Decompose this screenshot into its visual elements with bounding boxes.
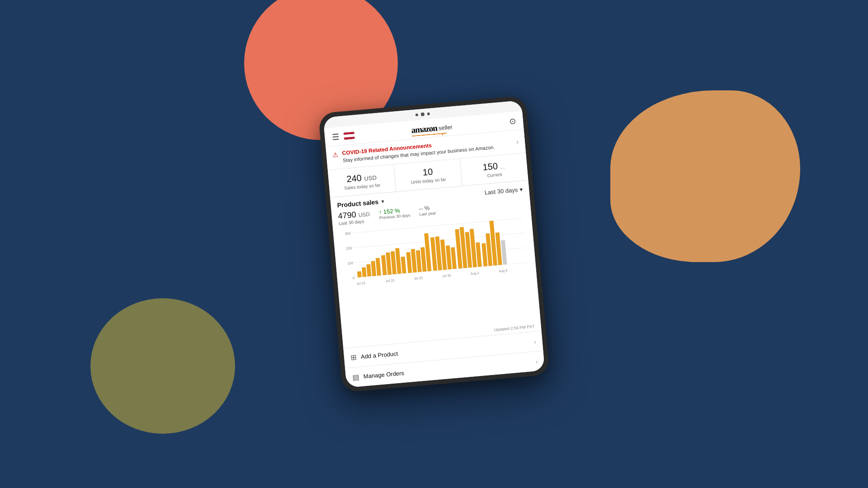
- product-sales-title: Product sales: [337, 198, 379, 209]
- product-sales-dropdown[interactable]: ▾: [381, 198, 384, 205]
- svg-rect-10: [366, 264, 371, 277]
- svg-text:0: 0: [353, 276, 355, 280]
- tablet-screen: ☰ amazon seller: [323, 100, 545, 388]
- add-product-chevron-icon: ›: [533, 338, 536, 345]
- manage-orders-chevron-icon: ›: [535, 358, 538, 365]
- tablet-wrapper: ☰ amazon seller: [318, 95, 550, 393]
- svg-text:200: 200: [346, 246, 352, 251]
- comparison-previous: ↑ 152 % Previous 30 days: [378, 206, 410, 221]
- comparison-year-label: Last year: [419, 211, 436, 217]
- svg-text:300: 300: [344, 231, 351, 236]
- add-product-icon: ⊞: [350, 353, 357, 362]
- stat-current-ellipsis: …: [500, 164, 505, 170]
- camera-button[interactable]: ⊙: [509, 116, 516, 127]
- camera-dot-left: [415, 113, 419, 117]
- us-flag-icon: [344, 131, 355, 140]
- svg-rect-14: [386, 253, 392, 275]
- period-label: Last 30 days: [484, 186, 518, 196]
- period-dropdown-icon: ▾: [519, 186, 523, 193]
- header-left: ☰: [332, 130, 355, 142]
- sales-total: 4790 USD Last 30 days: [338, 209, 371, 226]
- svg-rect-11: [371, 261, 377, 277]
- svg-text:Jul 15: Jul 15: [356, 281, 365, 286]
- sales-title-area: Product sales ▾: [337, 198, 384, 209]
- seller-text: seller: [438, 123, 453, 131]
- stat-current: 150 … Current: [460, 153, 528, 186]
- svg-rect-15: [391, 251, 396, 275]
- logo-arrow-tip: [441, 134, 443, 136]
- amazon-logo-container: amazon seller: [411, 122, 453, 136]
- covid-alert-icon: ⚠: [332, 151, 339, 159]
- svg-rect-17: [401, 257, 406, 274]
- header-logo: amazon seller: [411, 122, 453, 136]
- svg-text:100: 100: [347, 261, 354, 266]
- menu-icon[interactable]: ☰: [332, 131, 340, 142]
- svg-rect-18: [406, 252, 412, 273]
- svg-rect-19: [411, 249, 417, 273]
- svg-rect-20: [416, 250, 422, 272]
- bar-chart: 300 200 100 0: [339, 214, 531, 302]
- chart-container: 300 200 100 0: [333, 213, 541, 340]
- app-screen: ☰ amazon seller: [324, 111, 545, 388]
- camera-area: [415, 112, 430, 117]
- svg-rect-13: [381, 255, 387, 276]
- svg-rect-37: [501, 240, 507, 265]
- period-selector[interactable]: Last 30 days ▾: [484, 186, 523, 196]
- tablet: ☰ amazon seller: [318, 95, 550, 393]
- bg-blob-tan: [610, 90, 800, 262]
- bg-blob-olive: [90, 298, 235, 434]
- comparison-year: -- % Last year: [419, 204, 436, 217]
- svg-rect-26: [446, 245, 452, 270]
- svg-text:Aug 9: Aug 9: [499, 268, 508, 273]
- camera-dot-center: [421, 113, 425, 117]
- manage-orders-icon: ▤: [352, 373, 359, 382]
- covid-chevron-icon: ›: [516, 138, 519, 146]
- svg-rect-32: [476, 243, 482, 267]
- svg-rect-27: [451, 247, 457, 269]
- svg-rect-8: [357, 272, 362, 278]
- svg-text:Jul 20: Jul 20: [386, 278, 395, 283]
- stat-sales-unit: USD: [364, 174, 377, 182]
- svg-text:Aug 4: Aug 4: [470, 271, 479, 276]
- sales-currency: USD: [358, 211, 370, 219]
- svg-rect-9: [362, 267, 367, 277]
- svg-text:Jul 25: Jul 25: [414, 276, 423, 281]
- svg-text:Jul 30: Jul 30: [442, 273, 451, 278]
- svg-rect-21: [420, 247, 427, 272]
- camera-dot-right: [427, 113, 430, 116]
- svg-rect-33: [481, 243, 487, 267]
